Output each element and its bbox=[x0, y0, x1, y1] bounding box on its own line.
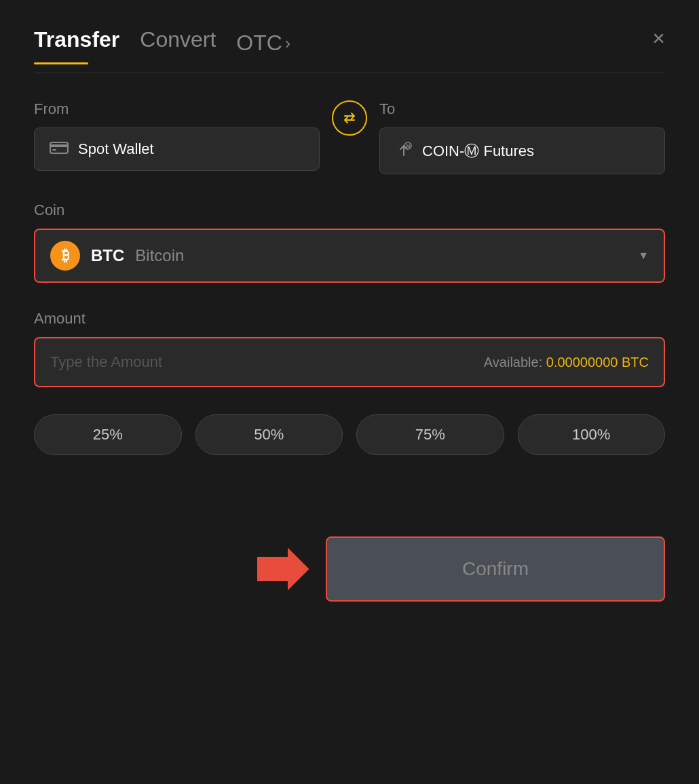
confirm-button[interactable]: Confirm bbox=[326, 536, 665, 602]
svg-rect-2 bbox=[52, 149, 56, 151]
arrow-indicator-icon bbox=[251, 542, 312, 596]
coin-label: Coin bbox=[34, 201, 665, 219]
pct-25-button[interactable]: 25% bbox=[34, 414, 182, 455]
to-label: To bbox=[379, 100, 665, 118]
modal-header: Transfer Convert OTC › × bbox=[34, 27, 665, 59]
tab-otc[interactable]: OTC › bbox=[236, 31, 290, 56]
amount-label: Amount bbox=[34, 310, 665, 328]
svg-rect-0 bbox=[50, 142, 68, 153]
swap-container bbox=[320, 100, 379, 142]
futures-icon: M bbox=[395, 140, 413, 161]
from-label: From bbox=[34, 100, 320, 118]
svg-rect-1 bbox=[50, 144, 68, 147]
pct-100-button[interactable]: 100% bbox=[518, 414, 666, 455]
coin-symbol: BTC bbox=[91, 246, 124, 265]
btc-icon: ₿ bbox=[50, 241, 80, 271]
from-wallet-select[interactable]: Spot Wallet bbox=[34, 128, 320, 171]
header-divider bbox=[34, 73, 665, 73]
close-button[interactable]: × bbox=[652, 27, 665, 49]
amount-placeholder: Type the Amount bbox=[50, 353, 162, 371]
dropdown-arrow-icon: ▼ bbox=[638, 250, 649, 262]
available-value: 0.00000000 BTC bbox=[546, 355, 649, 370]
amount-section: Amount Type the Amount Available: 0.0000… bbox=[34, 310, 665, 387]
to-wallet-select[interactable]: M COIN-Ⓜ Futures bbox=[379, 128, 665, 174]
swap-button[interactable] bbox=[332, 100, 367, 136]
from-to-row: From Spot Wallet bbox=[34, 100, 665, 174]
tab-bar: Transfer Convert OTC › bbox=[34, 27, 290, 59]
svg-text:M: M bbox=[407, 144, 411, 149]
available-info: Available: 0.00000000 BTC bbox=[484, 355, 649, 370]
coin-full-name: Bitcoin bbox=[135, 246, 184, 265]
tab-convert[interactable]: Convert bbox=[140, 27, 216, 59]
otc-chevron-icon: › bbox=[285, 34, 290, 53]
coin-section: Coin ₿ BTC Bitcoin ▼ bbox=[34, 201, 665, 283]
transfer-modal: Transfer Convert OTC › × From Spot W bbox=[0, 0, 699, 784]
percentage-buttons: 25% 50% 75% 100% bbox=[34, 414, 665, 455]
amount-input-box[interactable]: Type the Amount Available: 0.00000000 BT… bbox=[34, 337, 665, 387]
coin-dropdown[interactable]: ₿ BTC Bitcoin ▼ bbox=[34, 229, 665, 283]
wallet-card-icon bbox=[50, 140, 69, 158]
from-wallet-name: Spot Wallet bbox=[78, 140, 154, 158]
arrow-area bbox=[34, 542, 326, 596]
tab-transfer[interactable]: Transfer bbox=[34, 27, 119, 59]
from-block: From Spot Wallet bbox=[34, 100, 320, 171]
pct-50-button[interactable]: 50% bbox=[195, 414, 343, 455]
svg-marker-5 bbox=[257, 548, 309, 591]
to-block: To M COIN-Ⓜ Futures bbox=[379, 100, 665, 174]
pct-75-button[interactable]: 75% bbox=[356, 414, 504, 455]
to-wallet-name: COIN-Ⓜ Futures bbox=[422, 141, 534, 161]
available-label: Available: bbox=[484, 355, 542, 370]
bottom-row: Confirm bbox=[34, 536, 665, 602]
